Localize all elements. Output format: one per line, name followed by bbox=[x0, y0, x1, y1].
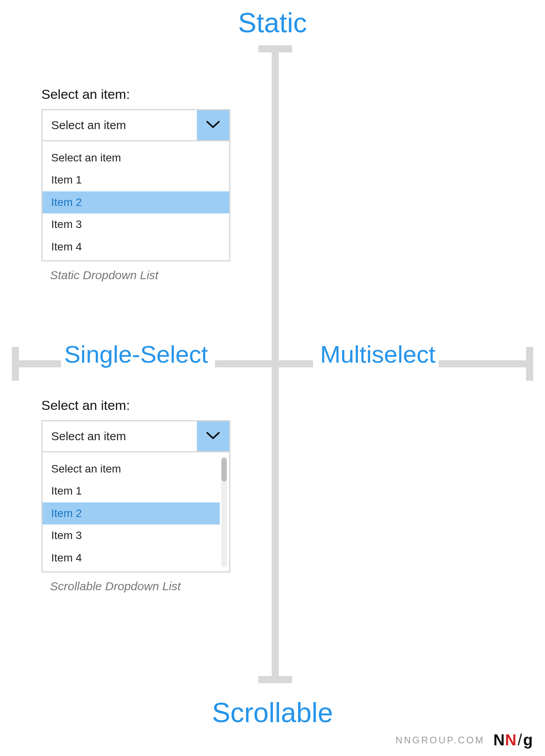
option-selected[interactable]: Item 2 bbox=[43, 191, 229, 213]
footer: NNGROUP.COM NN/g bbox=[395, 731, 533, 749]
dropdown-toggle-button[interactable] bbox=[197, 421, 229, 451]
logo-g: g bbox=[523, 731, 533, 749]
field-label: Select an item: bbox=[41, 87, 230, 102]
footer-url: NNGROUP.COM bbox=[395, 735, 484, 746]
example-caption: Static Dropdown List bbox=[41, 269, 230, 282]
listbox[interactable]: Select an item Item 1 Item 2 Item 3 Item… bbox=[41, 141, 230, 261]
example-caption: Scrollable Dropdown List bbox=[41, 580, 230, 593]
example-static-dropdown: Select an item: Select an item Select an… bbox=[41, 87, 230, 282]
listbox-scrollable[interactable]: Select an item Item 1 Item 2 Item 3 Item… bbox=[41, 452, 230, 573]
axis-label-scrollable: Scrollable bbox=[0, 697, 545, 728]
logo-n1: N bbox=[493, 731, 505, 749]
option-selected[interactable]: Item 2 bbox=[43, 502, 220, 524]
option[interactable]: Item 1 bbox=[43, 480, 220, 502]
option[interactable]: Item 3 bbox=[43, 213, 229, 235]
option[interactable]: Item 4 bbox=[43, 547, 220, 569]
combo-box[interactable]: Select an item bbox=[41, 109, 230, 141]
combo-box[interactable]: Select an item bbox=[41, 420, 230, 452]
scrollbar-thumb[interactable] bbox=[221, 458, 227, 482]
option[interactable]: Item 1 bbox=[43, 169, 229, 191]
combo-selected-text: Select an item bbox=[43, 119, 197, 132]
logo-n2: N bbox=[505, 731, 517, 749]
nng-logo: NN/g bbox=[493, 731, 533, 749]
chevron-down-icon bbox=[206, 120, 220, 130]
option[interactable]: Select an item bbox=[43, 458, 220, 480]
axis-label-single: Single-Select bbox=[61, 339, 215, 370]
option[interactable]: Item 3 bbox=[43, 524, 220, 547]
logo-slash: / bbox=[517, 731, 523, 749]
axis-label-multi: Multiselect bbox=[313, 339, 439, 370]
option[interactable]: Item 4 bbox=[43, 236, 229, 258]
axis-label-static: Static bbox=[0, 7, 545, 39]
dropdown-toggle-button[interactable] bbox=[197, 110, 229, 140]
scrollbar-track[interactable] bbox=[221, 456, 227, 567]
chevron-down-icon bbox=[206, 431, 220, 441]
example-scrollable-dropdown: Select an item: Select an item Select an… bbox=[41, 398, 230, 593]
combo-selected-text: Select an item bbox=[43, 430, 197, 443]
field-label: Select an item: bbox=[41, 398, 230, 413]
option[interactable]: Select an item bbox=[43, 147, 229, 169]
